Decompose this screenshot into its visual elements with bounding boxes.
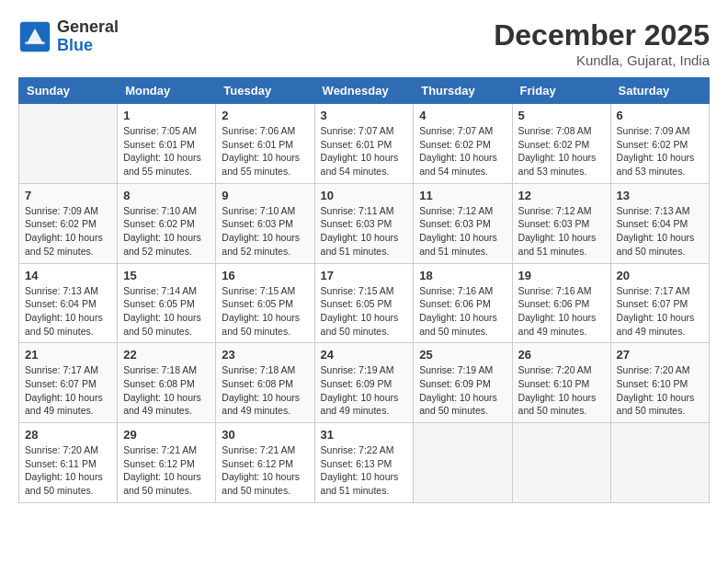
calendar-week-3: 14Sunrise: 7:13 AMSunset: 6:04 PMDayligh… [19,263,710,343]
calendar-header-monday: Monday [118,78,216,104]
day-number: 10 [321,189,408,202]
calendar-cell: 16Sunrise: 7:15 AMSunset: 6:05 PMDayligh… [216,263,314,343]
day-info: Sunrise: 7:14 AMSunset: 6:05 PMDaylight:… [123,284,210,339]
calendar-header-thursday: Thursday [414,78,512,104]
day-info: Sunrise: 7:15 AMSunset: 6:05 PMDaylight:… [321,284,408,339]
day-number: 24 [321,348,408,362]
day-info: Sunrise: 7:06 AMSunset: 6:01 PMDaylight:… [222,124,308,178]
day-info: Sunrise: 7:12 AMSunset: 6:03 PMDaylight:… [419,204,506,259]
day-number: 7 [25,189,111,202]
day-info: Sunrise: 7:10 AMSunset: 6:02 PMDaylight:… [123,204,210,259]
logo-blue: Blue [57,37,119,55]
calendar-cell: 30Sunrise: 7:21 AMSunset: 6:12 PMDayligh… [216,423,314,503]
calendar-cell: 18Sunrise: 7:16 AMSunset: 6:06 PMDayligh… [414,263,512,343]
calendar-header-saturday: Saturday [610,78,709,104]
calendar-cell: 26Sunrise: 7:20 AMSunset: 6:10 PMDayligh… [512,343,610,423]
day-number: 9 [222,189,308,202]
day-info: Sunrise: 7:21 AMSunset: 6:12 PMDaylight:… [123,443,210,498]
day-number: 31 [321,428,408,442]
calendar-cell: 8Sunrise: 7:10 AMSunset: 6:02 PMDaylight… [118,183,216,263]
calendar-week-2: 7Sunrise: 7:09 AMSunset: 6:02 PMDaylight… [19,183,710,263]
day-info: Sunrise: 7:05 AMSunset: 6:01 PMDaylight:… [123,124,210,178]
day-number: 2 [222,109,308,122]
logo-text: General Blue [57,18,119,55]
calendar-header-sunday: Sunday [19,78,118,104]
calendar-cell: 17Sunrise: 7:15 AMSunset: 6:05 PMDayligh… [314,263,414,343]
day-number: 15 [123,269,210,282]
month-title: December 2025 [494,18,710,52]
day-number: 4 [419,109,506,122]
day-info: Sunrise: 7:13 AMSunset: 6:04 PMDaylight:… [25,284,111,339]
calendar-table: SundayMondayTuesdayWednesdayThursdayFrid… [18,77,710,503]
day-number: 20 [617,269,703,282]
day-number: 11 [419,189,506,202]
day-info: Sunrise: 7:19 AMSunset: 6:09 PMDaylight:… [419,363,506,418]
day-info: Sunrise: 7:20 AMSunset: 6:11 PMDaylight:… [25,443,111,498]
calendar-cell: 6Sunrise: 7:09 AMSunset: 6:02 PMDaylight… [610,104,709,184]
day-info: Sunrise: 7:16 AMSunset: 6:06 PMDaylight:… [419,284,506,339]
day-number: 25 [419,348,506,362]
day-info: Sunrise: 7:18 AMSunset: 6:08 PMDaylight:… [123,363,210,418]
calendar-week-5: 28Sunrise: 7:20 AMSunset: 6:11 PMDayligh… [19,423,710,503]
day-info: Sunrise: 7:13 AMSunset: 6:04 PMDaylight:… [617,204,703,259]
calendar-header-friday: Friday [512,78,610,104]
day-info: Sunrise: 7:20 AMSunset: 6:10 PMDaylight:… [518,363,605,418]
calendar-cell: 2Sunrise: 7:06 AMSunset: 6:01 PMDaylight… [216,104,314,184]
calendar-cell [19,104,118,184]
calendar-cell: 29Sunrise: 7:21 AMSunset: 6:12 PMDayligh… [118,423,216,503]
calendar-cell: 20Sunrise: 7:17 AMSunset: 6:07 PMDayligh… [610,263,709,343]
day-info: Sunrise: 7:17 AMSunset: 6:07 PMDaylight:… [617,284,703,339]
calendar-cell [512,423,610,503]
location-subtitle: Kundla, Gujarat, India [494,52,710,68]
calendar-cell: 23Sunrise: 7:18 AMSunset: 6:08 PMDayligh… [216,343,314,423]
day-info: Sunrise: 7:22 AMSunset: 6:13 PMDaylight:… [321,443,408,498]
day-number: 22 [123,348,210,362]
day-info: Sunrise: 7:08 AMSunset: 6:02 PMDaylight:… [518,124,605,178]
calendar-cell: 15Sunrise: 7:14 AMSunset: 6:05 PMDayligh… [118,263,216,343]
calendar-cell: 5Sunrise: 7:08 AMSunset: 6:02 PMDaylight… [512,104,610,184]
day-number: 23 [222,348,308,362]
calendar-cell: 14Sunrise: 7:13 AMSunset: 6:04 PMDayligh… [19,263,118,343]
day-number: 1 [123,109,210,122]
day-info: Sunrise: 7:18 AMSunset: 6:08 PMDaylight:… [222,363,308,418]
calendar-header-row: SundayMondayTuesdayWednesdayThursdayFrid… [19,78,710,104]
day-info: Sunrise: 7:16 AMSunset: 6:06 PMDaylight:… [518,284,605,339]
calendar-header-wednesday: Wednesday [314,78,414,104]
calendar-cell: 28Sunrise: 7:20 AMSunset: 6:11 PMDayligh… [19,423,118,503]
day-number: 21 [25,348,111,362]
calendar-cell: 27Sunrise: 7:20 AMSunset: 6:10 PMDayligh… [610,343,709,423]
logo: General Blue [18,18,119,55]
calendar-cell: 9Sunrise: 7:10 AMSunset: 6:03 PMDaylight… [216,183,314,263]
svg-rect-2 [25,41,45,44]
day-number: 3 [321,109,408,122]
day-info: Sunrise: 7:21 AMSunset: 6:12 PMDaylight:… [222,443,308,498]
calendar-cell [414,423,512,503]
calendar-cell: 24Sunrise: 7:19 AMSunset: 6:09 PMDayligh… [314,343,414,423]
calendar-week-4: 21Sunrise: 7:17 AMSunset: 6:07 PMDayligh… [19,343,710,423]
day-info: Sunrise: 7:07 AMSunset: 6:01 PMDaylight:… [321,124,408,178]
day-info: Sunrise: 7:07 AMSunset: 6:02 PMDaylight:… [419,124,506,178]
calendar-cell: 7Sunrise: 7:09 AMSunset: 6:02 PMDaylight… [19,183,118,263]
calendar-cell: 12Sunrise: 7:12 AMSunset: 6:03 PMDayligh… [512,183,610,263]
logo-general: General [57,18,119,37]
calendar-cell: 3Sunrise: 7:07 AMSunset: 6:01 PMDaylight… [314,104,414,184]
day-number: 16 [222,269,308,282]
day-number: 5 [518,109,605,122]
calendar-cell: 31Sunrise: 7:22 AMSunset: 6:13 PMDayligh… [314,423,414,503]
day-number: 26 [518,348,605,362]
day-info: Sunrise: 7:09 AMSunset: 6:02 PMDaylight:… [617,124,703,178]
day-info: Sunrise: 7:10 AMSunset: 6:03 PMDaylight:… [222,204,308,259]
day-number: 29 [123,428,210,442]
calendar-cell: 19Sunrise: 7:16 AMSunset: 6:06 PMDayligh… [512,263,610,343]
day-number: 18 [419,269,506,282]
calendar-cell: 21Sunrise: 7:17 AMSunset: 6:07 PMDayligh… [19,343,118,423]
day-number: 30 [222,428,308,442]
calendar-cell [610,423,709,503]
day-number: 28 [25,428,111,442]
day-number: 27 [617,348,703,362]
day-number: 17 [321,269,408,282]
day-number: 12 [518,189,605,202]
day-number: 14 [25,269,111,282]
day-info: Sunrise: 7:15 AMSunset: 6:05 PMDaylight:… [222,284,308,339]
calendar-week-1: 1Sunrise: 7:05 AMSunset: 6:01 PMDaylight… [19,104,710,184]
